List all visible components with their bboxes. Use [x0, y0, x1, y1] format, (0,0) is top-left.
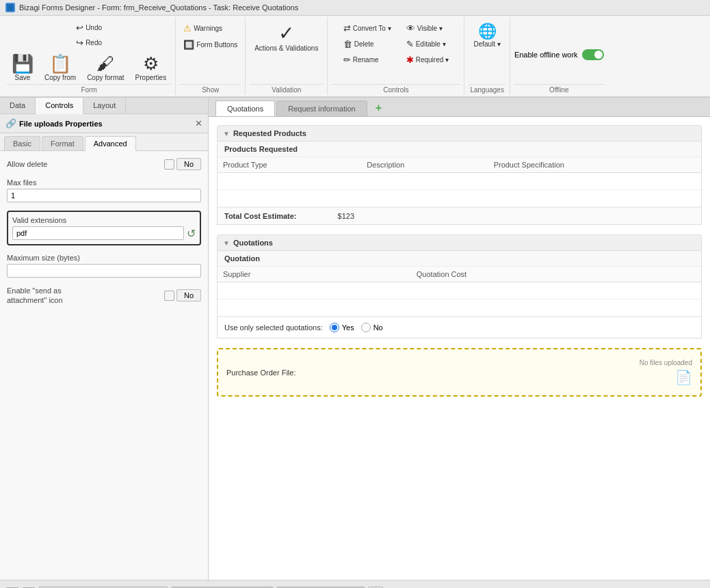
convert-to-button[interactable]: ⇄ Convert To ▾ — [340, 21, 395, 36]
delete-icon: 🗑 — [343, 39, 352, 49]
warnings-button[interactable]: ⚠ Warnings — [180, 21, 226, 36]
requested-products-body: Products Requested Product Type Descript… — [217, 142, 702, 225]
file-upload-right: No files uploaded 📄 — [640, 359, 692, 386]
title-text: Bizagi Forms Designer - Form: frm_Receiv… — [19, 3, 298, 12]
actions-validations-button[interactable]: ✓ Actions & Validations — [250, 21, 323, 55]
valid-extensions-input[interactable] — [12, 226, 184, 240]
toggle-thumb — [594, 51, 603, 59]
enable-offline-label: Enable offline work — [514, 51, 578, 59]
radio-label: Use only selected quotations: — [224, 323, 323, 332]
show-group-label: Show — [180, 84, 241, 94]
undo-button[interactable]: ↩ Undo — [73, 21, 105, 35]
rename-button[interactable]: ✏ Rename — [340, 53, 395, 67]
convert-to-icon: ⇄ — [343, 23, 351, 34]
requested-products-header[interactable]: ▼ Requested Products — [217, 125, 702, 142]
radio-yes[interactable]: Yes — [330, 323, 354, 332]
visible-button[interactable]: 👁 Visible ▾ — [403, 21, 452, 36]
quotations-header[interactable]: ▼ Quotations — [217, 235, 702, 251]
max-size-row: Maximum size (bytes) — [7, 254, 201, 278]
offline-group-label: Offline — [514, 84, 604, 94]
main-container: Data Controls Layout 🔗 File uploads Prop… — [0, 98, 710, 580]
title-bar: Bizagi Forms Designer - Form: frm_Receiv… — [0, 0, 710, 16]
right-content: Quotations Request information + ▼ Reque… — [209, 98, 710, 580]
properties-icon: ⚙ — [143, 55, 159, 72]
col-supplier: Supplier — [218, 267, 411, 282]
visible-icon: 👁 — [406, 23, 415, 34]
form-tabs: Quotations Request information + — [209, 98, 710, 117]
section-toggle-1: ▼ — [223, 130, 230, 137]
max-size-label: Maximum size (bytes) — [7, 254, 201, 262]
allow-delete-row: Allow delete No — [7, 158, 201, 170]
offline-toggle[interactable] — [582, 49, 604, 60]
subtab-advanced[interactable]: Advanced — [85, 136, 136, 151]
form-buttons-button[interactable]: 🔲 Form Buttons — [180, 38, 241, 52]
default-lang-button[interactable]: 🌐 Default ▾ — [469, 21, 505, 51]
requested-products-title: Requested Products — [233, 129, 306, 137]
panel-header: 🔗 File uploads Properties ✕ — [0, 114, 208, 133]
default-lang-icon: 🌐 — [478, 24, 497, 39]
form-tab-quotations[interactable]: Quotations — [215, 101, 275, 116]
undo-icon: ↩ — [76, 23, 83, 33]
radio-no-label: No — [373, 323, 383, 332]
left-panel: Data Controls Layout 🔗 File uploads Prop… — [0, 98, 209, 580]
ribbon-group-languages: 🌐 Default ▾ Languages — [464, 17, 510, 95]
close-panel-button[interactable]: ✕ — [195, 118, 202, 129]
allow-delete-no-button[interactable]: No — [176, 158, 201, 170]
panel-header-icon: 🔗 — [5, 118, 16, 129]
allow-delete-checkbox[interactable] — [164, 159, 174, 170]
table-row — [218, 190, 701, 207]
cost-label: Total Cost Estimate: — [224, 212, 297, 220]
copy-from-button[interactable]: 📋 Copy from — [40, 52, 81, 84]
refresh-icon[interactable]: ↺ — [187, 227, 196, 240]
svg-rect-0 — [7, 4, 14, 11]
controls-group-label: Controls — [332, 84, 460, 94]
radio-no-circle — [361, 323, 371, 332]
editable-button[interactable]: ✎ Editable ▾ — [403, 37, 452, 51]
panel-body: Allow delete No Max files Valid extensio… — [0, 151, 208, 580]
col-quotation-cost: Quotation Cost — [411, 267, 701, 282]
max-size-input[interactable] — [7, 264, 201, 278]
table-row — [218, 299, 701, 317]
radio-no[interactable]: No — [361, 323, 383, 332]
subtab-basic[interactable]: Basic — [4, 136, 40, 150]
app-icon — [5, 3, 15, 12]
allow-delete-label: Allow delete — [7, 160, 47, 168]
sub-tabs: Basic Format Advanced — [0, 133, 208, 151]
file-upload-label: Purchase Order File: — [226, 369, 295, 377]
copy-from-icon: 📋 — [49, 55, 71, 72]
subtab-format[interactable]: Format — [42, 136, 83, 150]
warnings-icon: ⚠ — [183, 23, 192, 34]
requested-products-section: ▼ Requested Products Products Requested … — [217, 125, 702, 225]
panel-tabs: Data Controls Layout — [0, 98, 208, 114]
tab-data[interactable]: Data — [0, 98, 36, 113]
properties-button[interactable]: ⚙ Properties — [131, 52, 172, 84]
required-button[interactable]: ✱ Required ▾ — [403, 53, 452, 67]
add-tab-button[interactable]: + — [371, 100, 386, 116]
file-upload-icon: 📄 — [675, 369, 692, 386]
redo-icon: ↪ — [76, 38, 83, 48]
radio-yes-circle — [330, 323, 339, 332]
send-attachment-no-button[interactable]: No — [176, 289, 201, 302]
valid-extensions-label: Valid extensions — [12, 216, 196, 224]
validation-group-label: Validation — [250, 84, 323, 94]
send-attachment-checkbox[interactable] — [164, 291, 174, 301]
max-files-input[interactable] — [7, 189, 201, 202]
redo-button[interactable]: ↪ Redo — [73, 36, 105, 50]
products-requested-title: Products Requested — [218, 142, 701, 157]
file-upload-area[interactable]: Purchase Order File: No files uploaded 📄 — [217, 348, 702, 397]
ribbon: ↩ Undo ↪ Redo 💾 Save 📋 Copy from — [0, 16, 710, 98]
ribbon-group-show: ⚠ Warnings 🔲 Form Buttons Show — [176, 17, 246, 95]
save-button[interactable]: 💾 Save — [7, 52, 38, 84]
copy-format-button[interactable]: 🖌 Copy format — [82, 52, 129, 84]
tab-layout[interactable]: Layout — [83, 98, 126, 113]
send-attachment-label: Enable "send as attachment" icon — [7, 286, 103, 306]
max-files-row: Max files — [7, 178, 201, 202]
tab-controls[interactable]: Controls — [36, 98, 83, 114]
cost-value: $123 — [338, 212, 354, 220]
form-tab-request-info[interactable]: Request information — [276, 101, 367, 116]
save-icon: 💾 — [12, 55, 34, 72]
allow-delete-toggle-pair: No — [164, 158, 201, 170]
table-row — [218, 282, 701, 299]
delete-button[interactable]: 🗑 Delete — [340, 37, 395, 51]
max-files-label: Max files — [7, 178, 201, 187]
